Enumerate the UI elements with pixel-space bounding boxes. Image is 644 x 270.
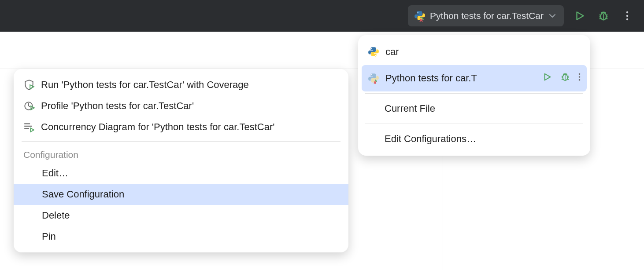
- svg-line-7: [606, 15, 608, 15]
- context-item-profile[interactable]: Profile 'Python tests for car.TestCar': [14, 95, 348, 117]
- dropdown-item-label: car: [385, 46, 581, 58]
- context-item-label: Concurrency Diagram for 'Python tests fo…: [41, 121, 274, 133]
- svg-point-15: [371, 74, 372, 75]
- coverage-icon: [23, 79, 35, 91]
- svg-point-14: [375, 55, 376, 56]
- more-actions-button[interactable]: [619, 8, 635, 24]
- svg-line-6: [600, 18, 601, 19]
- chevron-down-icon: [548, 11, 557, 20]
- context-item-concurrency[interactable]: Concurrency Diagram for 'Python tests fo…: [14, 117, 348, 138]
- svg-point-12: [626, 18, 628, 20]
- context-item-delete[interactable]: Delete: [14, 205, 348, 226]
- svg-point-0: [418, 12, 418, 13]
- context-item-save-configuration[interactable]: Save Configuration: [14, 184, 348, 205]
- dropdown-item-label: Python tests for car.T: [385, 73, 536, 84]
- context-item-run-coverage[interactable]: Run 'Python tests for car.TestCar' with …: [14, 74, 348, 95]
- concurrency-icon: [23, 121, 35, 133]
- run-config-selector[interactable]: Python tests for car.TestCar: [408, 5, 564, 26]
- svg-line-24: [567, 79, 569, 80]
- context-item-pin[interactable]: Pin: [14, 226, 348, 247]
- dropdown-divider: [365, 124, 583, 124]
- svg-line-22: [567, 76, 569, 77]
- dropdown-item-label: Edit Configurations…: [385, 133, 581, 145]
- context-item-label: Edit…: [42, 168, 68, 179]
- context-section-header: Configuration: [14, 145, 348, 163]
- run-config-dropdown: car Python tests for car.T: [358, 35, 590, 156]
- debug-button[interactable]: [596, 8, 611, 24]
- dropdown-item-car[interactable]: car: [362, 39, 587, 65]
- python-file-icon: [368, 46, 379, 58]
- context-menu: Run 'Python tests for car.TestCar' with …: [14, 69, 348, 252]
- profile-icon: [23, 100, 35, 112]
- svg-point-13: [371, 48, 372, 49]
- context-item-label: Save Configuration: [42, 189, 124, 200]
- run-icon[interactable]: [542, 72, 552, 84]
- context-item-edit[interactable]: Edit…: [14, 163, 348, 184]
- svg-point-10: [626, 11, 628, 13]
- dropdown-item-label: Current File: [385, 103, 581, 114]
- more-icon[interactable]: [578, 73, 581, 84]
- main-toolbar: Python tests for car.TestCar: [0, 0, 644, 32]
- svg-line-30: [29, 106, 30, 107]
- dropdown-item-current-file[interactable]: Current File: [362, 95, 587, 122]
- python-tests-icon: [368, 73, 379, 84]
- dropdown-divider: [365, 93, 583, 94]
- dropdown-item-actions: [542, 72, 581, 85]
- debug-icon[interactable]: [560, 72, 570, 85]
- dropdown-item-edit-configurations[interactable]: Edit Configurations…: [362, 126, 587, 152]
- svg-line-21: [562, 79, 563, 80]
- context-item-label: Run 'Python tests for car.TestCar' with …: [41, 79, 249, 91]
- run-button[interactable]: [572, 8, 588, 24]
- svg-line-19: [562, 76, 563, 77]
- svg-point-11: [626, 15, 628, 17]
- dropdown-item-python-tests[interactable]: Python tests for car.T: [362, 65, 587, 91]
- python-tests-icon: [414, 10, 426, 22]
- svg-point-25: [579, 73, 581, 75]
- context-divider: [22, 141, 341, 142]
- svg-point-26: [579, 76, 581, 78]
- svg-line-4: [600, 15, 601, 15]
- run-config-label: Python tests for car.TestCar: [430, 11, 544, 21]
- context-item-label: Profile 'Python tests for car.TestCar': [41, 100, 194, 112]
- context-item-label: Pin: [42, 231, 56, 242]
- context-item-label: Delete: [42, 210, 70, 221]
- svg-point-27: [579, 79, 581, 81]
- svg-line-9: [606, 18, 608, 19]
